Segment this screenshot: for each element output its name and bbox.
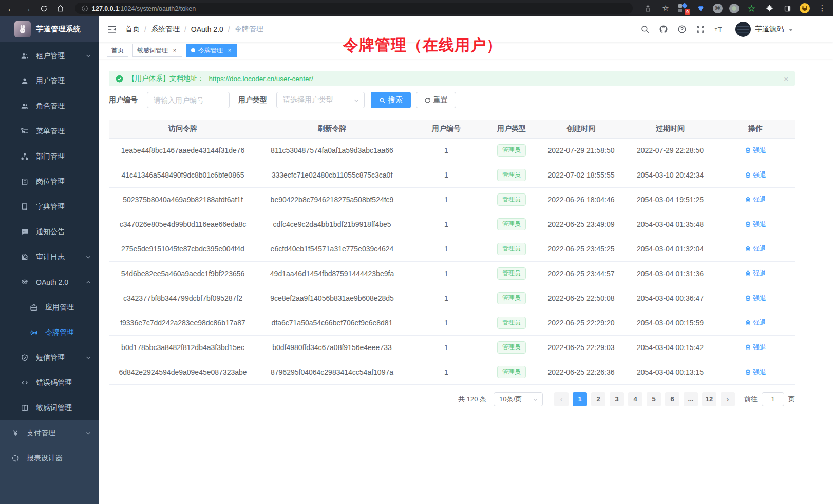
sidebar-item-audit-log[interactable]: 审计日志 [0, 244, 99, 269]
force-logout-button[interactable]: 强退 [745, 294, 766, 303]
user-type-cell: 管理员 [485, 261, 538, 286]
page-size-select[interactable]: 10条/页 [494, 392, 543, 406]
code-icon [21, 379, 29, 387]
sidebar-collapse-icon[interactable] [107, 24, 117, 34]
force-logout-label: 强退 [753, 244, 766, 254]
font-size-icon[interactable]: TT [714, 25, 724, 34]
sidebar-item-error-code[interactable]: 错误码管理 [0, 370, 99, 395]
github-icon[interactable] [658, 25, 668, 34]
sidebar-item-oauth2-app[interactable]: 应用管理 [0, 295, 99, 320]
close-icon[interactable]: × [226, 48, 233, 53]
reload-icon[interactable] [38, 3, 49, 14]
page-button-12[interactable]: 12 [702, 392, 716, 406]
tab-label: 首页 [111, 46, 124, 55]
chevron-down-icon [85, 355, 91, 361]
gem-extension-icon[interactable] [695, 3, 706, 14]
sidebar-item-tenant[interactable]: 租户管理 [0, 43, 99, 68]
created-time-cell: 2022-06-25 23:45:25 [538, 237, 624, 261]
page-button-2[interactable]: 2 [591, 392, 605, 406]
sidebar-item-menu[interactable]: 菜单管理 [0, 119, 99, 144]
sidebar-item-user[interactable]: 用户管理 [0, 68, 99, 93]
doc-link[interactable]: https://doc.iocoder.cn/user-center/ [209, 75, 313, 83]
force-logout-button[interactable]: 强退 [745, 146, 766, 155]
user-avatar [735, 22, 751, 37]
breadcrumb-item[interactable]: 首页 [125, 25, 140, 34]
edit-icon [21, 253, 29, 261]
user-menu[interactable]: 芋道源码 [735, 22, 793, 37]
forward-icon[interactable]: → [22, 3, 33, 14]
sidebar-item-report-designer[interactable]: 报表设计器 [0, 445, 99, 471]
star-extension-icon[interactable] [746, 3, 757, 14]
force-logout-button[interactable]: 强退 [745, 343, 766, 352]
split-window-icon[interactable] [782, 3, 793, 14]
extension-badge-icon[interactable]: 9 [678, 3, 688, 13]
page-button-4[interactable]: 4 [628, 392, 642, 406]
profile-avatar-icon[interactable] [800, 3, 810, 13]
trash-icon [745, 369, 751, 375]
sidebar-item-pay[interactable]: 支付管理 [0, 420, 99, 445]
fullscreen-icon[interactable] [695, 25, 705, 34]
sidebar-item-role[interactable]: 角色管理 [0, 93, 99, 119]
close-icon[interactable]: × [172, 48, 178, 53]
prev-page-button[interactable]: ‹ [554, 392, 569, 406]
breadcrumb-item: 令牌管理 [235, 25, 263, 34]
address-bar[interactable]: 127.0.0.1:1024/system/oauth2/token [75, 3, 633, 14]
home-icon[interactable] [54, 3, 66, 14]
bookmark-star-icon[interactable]: ☆ [660, 3, 671, 14]
chevron-up-icon [85, 279, 91, 285]
refresh-token-cell: 333ecfc71e02480cb11055c875c3ca0f [257, 163, 407, 187]
sidebar-item-dict[interactable]: 字典管理 [0, 194, 99, 219]
sidebar-item-oauth2[interactable]: OAuth 2.0 [0, 269, 99, 295]
page-button-1[interactable]: 1 [573, 392, 587, 406]
next-page-button[interactable]: › [721, 392, 735, 406]
help-icon[interactable] [677, 25, 687, 34]
expire-time-cell: 2054-03-04 00:13:15 [624, 360, 716, 384]
browser-menu-icon[interactable]: ⋮ [817, 3, 828, 14]
close-icon[interactable]: × [784, 75, 788, 83]
app-logo[interactable]: 芋道管理系统 [0, 16, 99, 42]
refresh-token-cell: dfa6c71a50a54c66bef706ef9e6e8d81 [257, 311, 407, 335]
search-icon[interactable] [640, 25, 650, 34]
tab-home[interactable]: 首页 [107, 44, 128, 57]
sidebar-item-notice[interactable]: 通知公告 [0, 219, 99, 244]
search-button[interactable]: 搜索 [371, 92, 411, 108]
force-logout-button[interactable]: 强退 [745, 318, 766, 327]
reset-button[interactable]: 重置 [416, 92, 456, 108]
breadcrumb-item[interactable]: OAuth 2.0 [191, 25, 223, 33]
breadcrumb-item[interactable]: 系统管理 [151, 25, 180, 34]
goto-suffix: 页 [788, 395, 795, 404]
tab-sensitive-word[interactable]: 敏感词管理× [132, 44, 182, 57]
site-info-icon[interactable] [81, 3, 88, 14]
sidebar-item-dept[interactable]: 部门管理 [0, 144, 99, 169]
table-row: c342377bf8b344799dcbf7bf095287f29ce8ef2a… [109, 286, 795, 311]
user-id-input[interactable] [147, 92, 230, 108]
token-table: 访问令牌刷新令牌用户编号用户类型创建时间过期时间操作 1ea5e44f8bc14… [109, 120, 795, 385]
access-token-cell: 502375b8040a469a9b82188afdf6af1f [109, 187, 257, 212]
sidebar-item-post[interactable]: 岗位管理 [0, 169, 99, 194]
chevron-down-icon [85, 430, 91, 436]
page-button-6[interactable]: 6 [665, 392, 679, 406]
command-extension-icon[interactable]: ⌘ [713, 4, 723, 13]
sidebar-item-sms[interactable]: 短信管理 [0, 345, 99, 370]
goto-page-input[interactable] [762, 392, 784, 406]
user-type-select[interactable]: 请选择用户类型 [276, 92, 365, 108]
page-button-5[interactable]: 5 [647, 392, 661, 406]
force-logout-button[interactable]: 强退 [745, 367, 766, 377]
sidebar-item-sensitive-word[interactable]: 敏感词管理 [0, 395, 99, 420]
page-button-3[interactable]: 3 [610, 392, 624, 406]
share-icon[interactable] [642, 3, 653, 14]
back-icon[interactable]: ← [5, 3, 16, 14]
sidebar-item-oauth2-token[interactable]: 令牌管理 [0, 320, 99, 345]
tab-token[interactable]: 令牌管理× [186, 44, 237, 57]
puzzle-extensions-icon[interactable] [764, 3, 775, 14]
record-extension-icon[interactable] [729, 4, 739, 13]
sidebar-item-label: 菜单管理 [36, 127, 91, 136]
table-column-header: 操作 [716, 120, 795, 138]
force-logout-button[interactable]: 强退 [745, 269, 766, 278]
force-logout-button[interactable]: 强退 [745, 170, 766, 180]
sidebar-item-label: 通知公告 [36, 227, 91, 237]
force-logout-button[interactable]: 强退 [745, 195, 766, 204]
force-logout-button[interactable]: 强退 [745, 244, 766, 254]
force-logout-button[interactable]: 强退 [745, 220, 766, 229]
chevron-down-icon [85, 254, 91, 260]
